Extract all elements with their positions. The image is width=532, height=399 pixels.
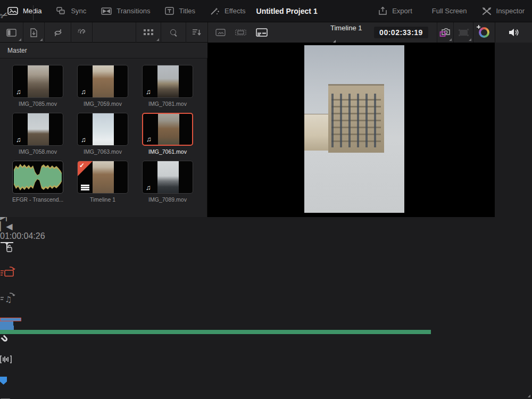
- audio-note-icon: ♫: [146, 184, 151, 191]
- media-clip[interactable]: ♫ IMG_7089.mov: [142, 161, 193, 203]
- audio-note-icon: ♫: [146, 136, 152, 143]
- divider: [33, 5, 34, 20]
- clip-name: IMG_7085.mov: [12, 101, 63, 107]
- check-icon: ✓: [79, 162, 85, 169]
- media-clip-timeline[interactable]: ✓ Timeline 1: [77, 161, 128, 203]
- tab-label: Transitions: [117, 7, 150, 15]
- export-button[interactable]: Export: [371, 6, 420, 15]
- titles-icon: [165, 7, 174, 15]
- export-icon: [378, 6, 387, 15]
- bin-header[interactable]: Master: [0, 43, 207, 59]
- audio-note-icon: ♫: [16, 88, 21, 95]
- speed-insert-audio-button[interactable]: ♫: [0, 292, 22, 318]
- search-button[interactable]: [161, 22, 186, 43]
- clip-name: IMG_7061.mov: [142, 148, 193, 155]
- media-clip[interactable]: ♫ IMG_7059.mov: [77, 65, 128, 107]
- svg-text:♫: ♫: [5, 295, 12, 304]
- timeline-view-icon[interactable]: [256, 28, 268, 37]
- timeline-selector-label: Timeline 1: [330, 24, 362, 41]
- media-clip[interactable]: ♫ IMG_7085.mov: [12, 65, 63, 107]
- audio-note-icon: ♫: [81, 136, 86, 143]
- prev-edit-button[interactable]: ▏◀: [0, 221, 18, 231]
- timeline-tools-row: ♫: [0, 241, 532, 334]
- clip-name: IMG_7059.mov: [77, 101, 128, 107]
- sync-icon: [56, 7, 66, 15]
- relink-media-button[interactable]: [71, 22, 93, 43]
- stills-button[interactable]: [453, 22, 473, 43]
- media-clip[interactable]: ♫ IMG_7081.mov: [142, 65, 193, 107]
- audio-waveform-thumb: [13, 161, 63, 193]
- source-tape-view-icon[interactable]: [235, 29, 246, 36]
- clip-name: Timeline 1: [77, 196, 128, 203]
- timeline-timecode: 01:00:04:26: [0, 231, 44, 241]
- color-grade-button[interactable]: [473, 22, 495, 43]
- top-toolbar: Media Sync Transitions Titles Effects: [0, 0, 532, 22]
- tab-label: Media: [23, 7, 41, 15]
- minimap-clip-v1a: [0, 321, 13, 326]
- clip-name: IMG_7081.mov: [142, 101, 193, 107]
- timeline-ruler-row: 01:00:02:00 01:00:04:00 01:00:06:00: [0, 334, 532, 399]
- timeline-selector[interactable]: Timeline 1: [330, 23, 364, 42]
- media-clip-selected[interactable]: ♫ IMG_7061.mov: [142, 113, 193, 155]
- resync-media-button[interactable]: [45, 22, 71, 43]
- inspector-button[interactable]: Inspector: [475, 7, 532, 15]
- source-timecode: 00:02:33:19: [374, 27, 428, 38]
- action-label: Export: [392, 7, 412, 15]
- import-media-button[interactable]: [23, 22, 45, 43]
- video-preview: [304, 45, 404, 213]
- flag-marker-button[interactable]: [0, 377, 17, 398]
- source-clip-view-icon[interactable]: [215, 29, 226, 36]
- speed-insert-video-button[interactable]: [0, 267, 22, 292]
- tab-label: Effects: [225, 7, 246, 15]
- audio-note-icon: ♫: [81, 88, 86, 95]
- davinci-resolve-ipad-app: Media Sync Transitions Titles Effects: [0, 0, 532, 399]
- action-label: Inspector: [496, 7, 525, 15]
- media-clip-audio[interactable]: EFGR - Transcend...: [12, 161, 63, 203]
- clip-name: EFGR - Transcend...: [12, 196, 63, 203]
- toolbar-spacer: [93, 22, 136, 43]
- timeline-minimap[interactable]: [0, 318, 532, 334]
- audio-monitor-header[interactable]: [495, 22, 532, 43]
- audio-note-icon: ♫: [146, 88, 151, 95]
- camera-overlay-button[interactable]: [437, 22, 453, 43]
- tab-label: Sync: [71, 7, 86, 15]
- minimap-clip-v1b: [0, 326, 14, 330]
- media-icon: [7, 7, 18, 15]
- audio-note-icon: ♫: [16, 136, 21, 143]
- color-wheel-icon: [479, 27, 489, 38]
- tab-sync[interactable]: Sync: [49, 0, 94, 22]
- media-clip[interactable]: ♫ IMG_7063.mov: [77, 113, 128, 155]
- transitions-icon: [101, 7, 112, 15]
- tab-effects[interactable]: Effects: [203, 0, 253, 22]
- effects-icon: [210, 7, 220, 15]
- panel-layout-button[interactable]: [0, 22, 23, 43]
- tab-titles[interactable]: Titles: [157, 0, 203, 22]
- viewer[interactable]: [207, 43, 495, 217]
- view-mode-button[interactable]: [136, 22, 161, 43]
- media-pool: ♫ IMG_7085.mov ♫ IMG_7059.mov ♫ IMG_7081…: [0, 59, 207, 217]
- inspector-icon: [482, 7, 492, 15]
- search-icon: [170, 29, 177, 36]
- timeline-icon: [81, 185, 89, 190]
- media-clip[interactable]: ♫ IMG_7058.mov: [12, 113, 63, 155]
- project-title: Untitled Project 1: [256, 7, 318, 15]
- tab-label: Titles: [179, 7, 195, 15]
- viewer-toolbar: Timeline 1 00:02:33:19: [207, 22, 495, 43]
- fullscreen-button[interactable]: Full Screen: [420, 7, 475, 15]
- flag-icon: [0, 377, 7, 385]
- clip-name: IMG_7089.mov: [142, 196, 193, 203]
- action-label: Full Screen: [432, 7, 467, 15]
- audio-waveform-toggle[interactable]: [0, 355, 18, 377]
- clip-name: IMG_7063.mov: [77, 148, 128, 155]
- clip-name: IMG_7058.mov: [12, 148, 63, 155]
- snapping-button[interactable]: [0, 334, 15, 355]
- speaker-icon: [508, 28, 520, 37]
- minimap-clip-v2: [0, 318, 21, 321]
- track-destination-button[interactable]: [0, 241, 21, 267]
- bin-label: Master: [7, 47, 27, 54]
- sort-button[interactable]: [186, 22, 207, 43]
- minimap-clip-audio: [0, 330, 431, 334]
- tab-transitions[interactable]: Transitions: [94, 0, 157, 22]
